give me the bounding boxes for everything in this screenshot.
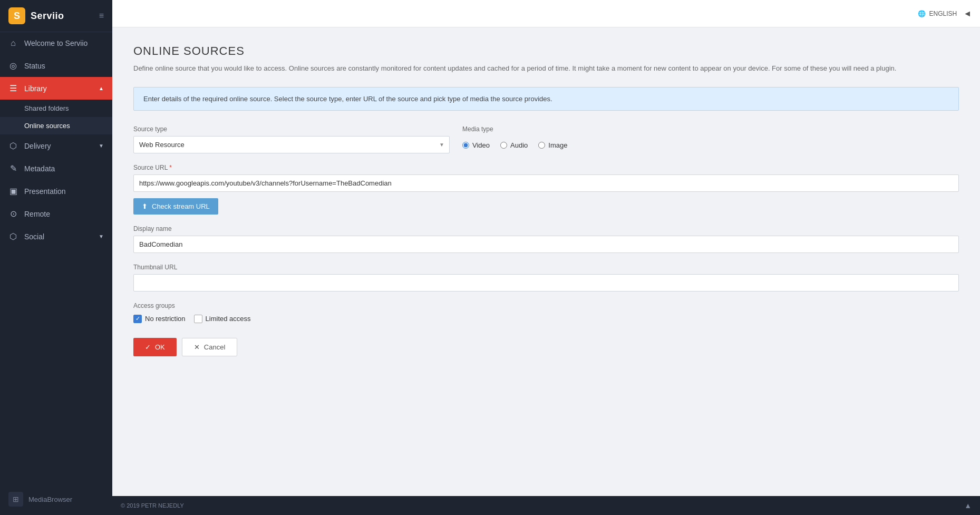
sidebar-item-presentation[interactable]: ▣ Presentation [0,180,112,202]
media-type-group: Media type Video Audio Image [462,125,959,153]
sidebar-item-delivery[interactable]: ⬡ Delivery ▼ [0,134,112,157]
delivery-chevron: ▼ [99,143,104,149]
social-icon: ⬡ [8,231,18,241]
status-icon: ◎ [8,61,18,71]
access-groups-group: Access groups ✓ No restriction Limited a… [133,302,959,323]
limited-access-option[interactable]: Limited access [194,315,251,323]
sidebar-item-metadata[interactable]: ✎ Metadata [0,157,112,180]
sidebar: S Serviio ≡ ⌂ Welcome to Serviio ◎ Statu… [0,0,112,515]
sidebar-footer: ⊞ MediaBrowser [0,483,112,515]
display-name-group: Display name [133,225,959,253]
footer: © 2019 PETR NEJEDLY ▲ [112,496,980,515]
radio-video-label: Video [472,141,490,149]
sidebar-logo: S Serviio ≡ [0,0,112,32]
sidebar-item-remote[interactable]: ⊙ Remote [0,202,112,225]
source-media-row: Source type Web Resource iTunes RSS Medi… [133,125,959,153]
radio-audio-label: Audio [510,141,528,149]
sidebar-label-status: Status [24,62,104,70]
display-name-label: Display name [133,225,959,232]
thumbnail-url-group: Thumbnail URL [133,264,959,291]
source-url-input[interactable] [133,174,959,192]
info-box: Enter details of the required online sou… [133,87,959,111]
globe-icon: 🌐 [918,10,926,17]
source-type-label: Source type [133,125,450,133]
ok-button[interactable]: ✓ OK [133,338,177,356]
sidebar-label-metadata: Metadata [24,164,104,173]
ok-label: OK [155,343,165,351]
no-restriction-option[interactable]: ✓ No restriction [133,315,186,323]
radio-video-input[interactable] [462,142,469,149]
form-actions: ✓ OK ✕ Cancel [133,338,959,356]
check-stream-url-button[interactable]: ⬆ Check stream URL [133,198,218,215]
library-chevron: ▲ [99,85,104,91]
sidebar-item-welcome[interactable]: ⌂ Welcome to Serviio [0,32,112,54]
sidebar-item-shared-folders[interactable]: Shared folders [0,100,112,117]
language-label: ENGLISH [929,10,957,17]
radio-image-label: Image [548,141,567,149]
radio-video[interactable]: Video [462,141,490,149]
ok-checkmark-icon: ✓ [145,343,151,351]
media-browser-label: MediaBrowser [28,495,72,503]
page-description: Define online source that you would like… [133,63,959,74]
main-area: 🌐 ENGLISH ◄ ONLINE SOURCES Define online… [112,0,980,515]
sidebar-label-delivery: Delivery [24,142,92,150]
limited-access-checkbox[interactable] [194,315,202,323]
check-btn-icon: ⬆ [142,202,148,210]
top-bar: 🌐 ENGLISH ◄ [112,0,980,27]
cancel-x-icon: ✕ [194,343,200,351]
logo-icon: S [8,7,25,24]
page-title: ONLINE SOURCES [133,44,959,58]
sidebar-item-social[interactable]: ⬡ Social ▼ [0,225,112,248]
radio-audio-input[interactable] [500,142,507,149]
cancel-label: Cancel [204,343,225,351]
thumbnail-url-label: Thumbnail URL [133,264,959,271]
home-icon: ⌂ [8,38,18,48]
access-checkbox-group: ✓ No restriction Limited access [133,315,959,323]
presentation-icon: ▣ [8,186,18,196]
source-type-group: Source type Web Resource iTunes RSS [133,125,450,153]
radio-image[interactable]: Image [538,141,567,149]
remote-icon: ⊙ [8,209,18,219]
sidebar-item-online-sources[interactable]: Online sources [0,117,112,134]
limited-access-label: Limited access [206,315,251,323]
access-groups-label: Access groups [133,302,959,309]
source-type-select[interactable]: Web Resource iTunes RSS [133,136,450,153]
shared-folders-label: Shared folders [24,104,69,112]
radio-image-input[interactable] [538,142,545,149]
sidebar-label-remote: Remote [24,210,104,218]
metadata-icon: ✎ [8,163,18,173]
thumbnail-url-input[interactable] [133,274,959,291]
media-type-radio-group: Video Audio Image [462,139,959,149]
display-name-input[interactable] [133,236,959,253]
sidebar-item-status[interactable]: ◎ Status [0,54,112,77]
sidebar-item-library[interactable]: ☰ Library ▲ [0,77,112,100]
footer-copyright: © 2019 PETR NEJEDLY [121,502,184,509]
delivery-icon: ⬡ [8,141,18,151]
no-restriction-checkbox[interactable]: ✓ [133,315,142,323]
sidebar-label-social: Social [24,232,92,241]
sidebar-label-welcome: Welcome to Serviio [24,39,104,47]
page-content: ONLINE SOURCES Define online source that… [112,27,980,496]
cancel-button[interactable]: ✕ Cancel [182,338,237,356]
source-type-select-wrapper: Web Resource iTunes RSS [133,136,450,153]
logo-text: Serviio [31,11,64,22]
online-sources-label: Online sources [24,122,70,130]
sidebar-label-presentation: Presentation [24,187,104,196]
language-selector[interactable]: 🌐 ENGLISH [918,10,957,17]
sidebar-label-library: Library [24,84,92,93]
collapse-button[interactable]: ◄ [963,9,972,18]
hamburger-icon[interactable]: ≡ [99,11,104,21]
no-restriction-label: No restriction [145,315,186,323]
media-type-label: Media type [462,125,959,133]
footer-collapse-icon[interactable]: ▲ [964,501,972,510]
media-browser-icon: ⊞ [8,492,23,507]
check-btn-label: Check stream URL [152,202,210,210]
social-chevron: ▼ [99,234,104,239]
library-icon: ☰ [8,83,18,93]
source-url-group: Source URL [133,164,959,192]
radio-audio[interactable]: Audio [500,141,528,149]
source-url-label: Source URL [133,164,959,171]
